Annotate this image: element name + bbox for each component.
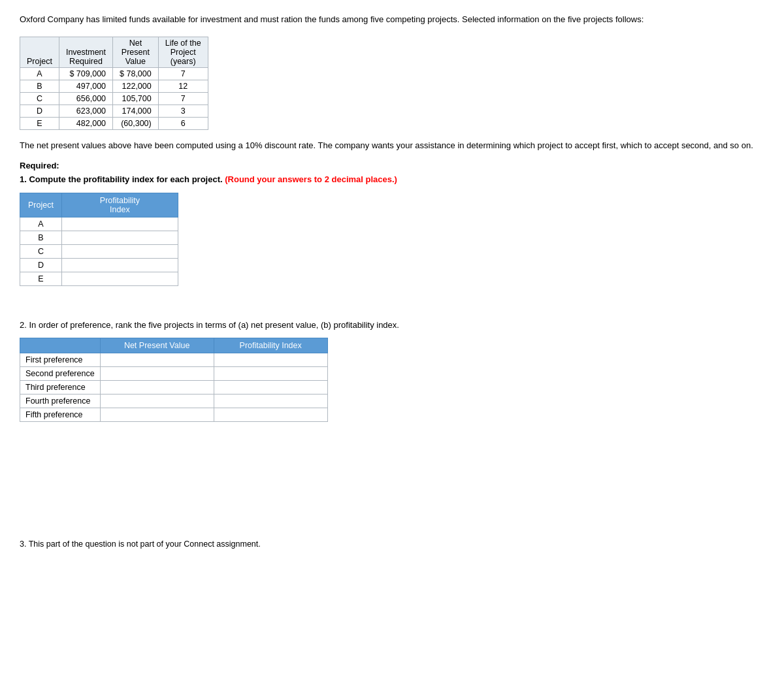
q1-red: (Round your answers to 2 decimal places.… — [225, 174, 397, 184]
cell-pi-input[interactable] — [214, 367, 327, 381]
table-row: A — [20, 217, 178, 231]
pref-col-pi: Profitability Index — [214, 338, 327, 353]
cell-pi-input[interactable] — [214, 381, 327, 394]
cell-pref-label: Fourth preference — [20, 394, 101, 408]
cell-investment: 623,000 — [59, 105, 112, 117]
cell-project: C — [20, 92, 59, 105]
table-row: First preference — [20, 353, 328, 367]
cell-prof-index[interactable] — [61, 231, 178, 244]
cell-pi-input[interactable] — [214, 408, 327, 422]
prof-col-index: ProfitabilityIndex — [61, 193, 178, 217]
pi-rank-input[interactable] — [220, 369, 322, 378]
npv-rank-input[interactable] — [106, 383, 208, 392]
prof-index-input[interactable] — [69, 219, 171, 229]
cell-project: E — [20, 117, 59, 129]
cell-pref-label: Fifth preference — [20, 408, 101, 422]
cell-pref-label: Second preference — [20, 367, 101, 381]
pi-rank-input[interactable] — [220, 396, 322, 406]
table-row: E — [20, 272, 178, 285]
cell-prof-index[interactable] — [61, 217, 178, 231]
q1-text: 1. Compute the profitability index for e… — [20, 173, 764, 186]
pref-col-empty — [20, 338, 101, 353]
cell-pref-label: First preference — [20, 353, 101, 367]
cell-pi-input[interactable] — [214, 353, 327, 367]
table-row: C — [20, 244, 178, 258]
required-label: Required: — [20, 161, 764, 170]
pref-col-npv: Net Present Value — [100, 338, 214, 353]
cell-life: 7 — [158, 67, 208, 80]
cell-project: E — [20, 272, 62, 285]
table-row: Second preference — [20, 367, 328, 381]
col-investment: InvestmentRequired — [59, 37, 112, 67]
table-row: Fourth preference — [20, 394, 328, 408]
cell-pref-label: Third preference — [20, 381, 101, 394]
table-row: B — [20, 231, 178, 244]
cell-investment: 497,000 — [59, 80, 112, 92]
preference-table: Net Present Value Profitability Index Fi… — [20, 338, 328, 422]
col-project: Project — [20, 37, 59, 67]
npv-rank-input[interactable] — [106, 410, 208, 419]
table-row: A $ 709,000 $ 78,000 7 — [20, 67, 208, 80]
pi-rank-input[interactable] — [220, 383, 322, 392]
q3-text: 3. This part of the question is not part… — [20, 539, 764, 549]
cell-investment: $ 709,000 — [59, 67, 112, 80]
table-row: Fifth preference — [20, 408, 328, 422]
cell-project: A — [20, 67, 59, 80]
cell-npv: (60,300) — [113, 117, 159, 129]
profitability-index-table: Project ProfitabilityIndex A B C D E — [20, 193, 178, 286]
cell-project: D — [20, 258, 62, 272]
table-row: B 497,000 122,000 12 — [20, 80, 208, 92]
npv-rank-input[interactable] — [106, 396, 208, 406]
table-row: D 623,000 174,000 3 — [20, 105, 208, 117]
cell-pi-input[interactable] — [214, 394, 327, 408]
q1-number: 1. Compute the profitability index for e… — [20, 174, 223, 184]
pi-rank-input[interactable] — [220, 410, 322, 419]
cell-npv: 105,700 — [113, 92, 159, 105]
cell-npv-input[interactable] — [100, 353, 214, 367]
npv-note: The net present values above have been c… — [20, 139, 764, 152]
col-npv: NetPresentValue — [113, 37, 159, 67]
cell-project: B — [20, 80, 59, 92]
cell-prof-index[interactable] — [61, 272, 178, 285]
cell-prof-index[interactable] — [61, 258, 178, 272]
cell-npv-input[interactable] — [100, 381, 214, 394]
cell-npv: 174,000 — [113, 105, 159, 117]
pi-rank-input[interactable] — [220, 355, 322, 364]
cell-project: D — [20, 105, 59, 117]
cell-project: A — [20, 217, 62, 231]
cell-life: 6 — [158, 117, 208, 129]
cell-project: C — [20, 244, 62, 258]
cell-npv: $ 78,000 — [113, 67, 159, 80]
intro-paragraph: Oxford Company has limited funds availab… — [20, 13, 764, 26]
cell-investment: 482,000 — [59, 117, 112, 129]
projects-data-table: Project InvestmentRequired NetPresentVal… — [20, 37, 208, 130]
cell-life: 3 — [158, 105, 208, 117]
npv-rank-input[interactable] — [106, 369, 208, 378]
prof-index-input[interactable] — [69, 274, 171, 283]
cell-npv-input[interactable] — [100, 394, 214, 408]
table-row: D — [20, 258, 178, 272]
cell-life: 7 — [158, 92, 208, 105]
col-life: Life of theProject(years) — [158, 37, 208, 67]
npv-rank-input[interactable] — [106, 355, 208, 364]
cell-prof-index[interactable] — [61, 244, 178, 258]
cell-npv-input[interactable] — [100, 408, 214, 422]
table-row: E 482,000 (60,300) 6 — [20, 117, 208, 129]
table-row: C 656,000 105,700 7 — [20, 92, 208, 105]
cell-life: 12 — [158, 80, 208, 92]
cell-project: B — [20, 231, 62, 244]
table-row: Third preference — [20, 381, 328, 394]
prof-index-input[interactable] — [69, 233, 171, 242]
cell-investment: 656,000 — [59, 92, 112, 105]
prof-col-project: Project — [20, 193, 62, 217]
prof-index-input[interactable] — [69, 247, 171, 256]
q2-text: 2. In order of preference, rank the five… — [20, 319, 764, 332]
cell-npv: 122,000 — [113, 80, 159, 92]
prof-index-input[interactable] — [69, 261, 171, 270]
cell-npv-input[interactable] — [100, 367, 214, 381]
